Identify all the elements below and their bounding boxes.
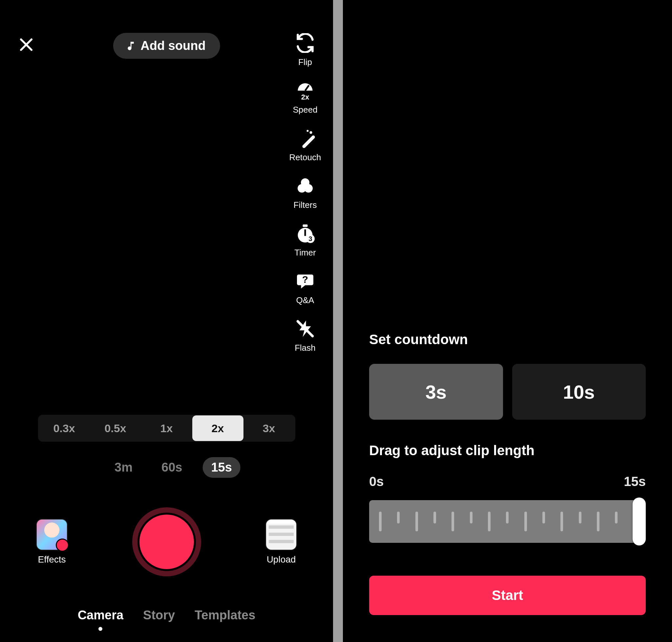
tab-templates[interactable]: Templates [195,608,255,632]
svg-text:?: ? [302,274,308,285]
countdown-options: 3s 10s [369,364,646,420]
question-bubble-icon: ? [295,271,315,291]
flash-off-icon [295,319,315,339]
speed-option-2x[interactable]: 2x [192,415,243,441]
svg-point-9 [304,184,313,193]
slider-handle[interactable] [633,498,646,545]
speed-option-0-3x[interactable]: 0.3x [39,415,90,441]
effects-thumbnail [36,519,68,550]
svg-point-5 [312,137,314,139]
svg-rect-10 [303,224,308,227]
timer-label: Timer [294,248,316,258]
slider-ticks [379,512,636,531]
start-countdown-button[interactable]: Start [369,576,646,615]
duration-3m[interactable]: 3m [106,457,141,478]
speed-button[interactable]: 2x Speed [287,80,323,115]
timer-button[interactable]: 3 Timer [287,223,323,258]
tab-story[interactable]: Story [143,608,175,632]
retouch-button[interactable]: Retouch [287,128,323,163]
filters-icon [295,176,315,196]
speed-option-1x[interactable]: 1x [141,415,192,441]
drag-length-label: Drag to adjust clip length [369,443,646,459]
speed-selector: 0.3x 0.5x 1x 2x 3x [38,415,295,442]
close-icon [18,37,34,54]
magic-wand-icon [295,128,315,149]
upload-label: Upload [267,554,296,565]
timer-sheet-screen: Set countdown 3s 10s Drag to adjust clip… [343,0,672,642]
svg-rect-12 [304,230,306,236]
add-sound-button[interactable]: Add sound [113,33,220,59]
record-row: Effects Upload [0,508,333,576]
flip-label: Flip [298,57,312,67]
filters-label: Filters [294,200,317,210]
svg-point-4 [310,131,312,134]
music-note-icon [125,40,136,52]
flash-label: Flash [295,343,316,353]
duration-selector: 3m 60s 15s [106,457,240,478]
flash-button[interactable]: Flash [287,319,323,353]
countdown-3s[interactable]: 3s [369,364,503,420]
speed-option-3x[interactable]: 3x [243,415,295,441]
clip-length-slider[interactable] [369,500,646,543]
timer-icon: 3 [295,223,315,244]
countdown-title: Set countdown [369,332,646,347]
qa-label: Q&A [296,295,314,305]
camera-screen: Add sound Flip 2x Speed Retouc [0,0,333,642]
svg-point-6 [307,130,309,132]
upload-thumbnail [265,519,297,550]
close-button[interactable] [16,36,36,55]
range-start-label: 0s [369,474,384,489]
tab-camera[interactable]: Camera [78,608,123,632]
add-sound-label: Add sound [141,39,206,53]
countdown-sheet: Set countdown 3s 10s Drag to adjust clip… [343,322,672,642]
upload-button[interactable]: Upload [265,519,297,565]
record-button[interactable] [132,508,201,576]
mode-tabs: Camera Story Templates [0,608,333,632]
duration-15s[interactable]: 15s [202,457,240,478]
speed-badge: 2x [301,93,309,102]
flip-camera-button[interactable]: Flip [287,33,323,67]
speed-label: Speed [293,105,317,115]
camera-side-toolbar: Flip 2x Speed Retouch Filters [287,33,323,353]
duration-60s[interactable]: 60s [153,457,190,478]
flip-icon [295,33,315,53]
clip-range-labels: 0s 15s [369,474,646,489]
timer-badge: 3 [306,234,315,243]
retouch-label: Retouch [289,152,321,163]
filters-button[interactable]: Filters [287,176,323,210]
effects-button[interactable]: Effects [36,519,68,565]
speedometer-icon: 2x [295,80,315,101]
range-end-label: 15s [624,474,646,489]
qa-button[interactable]: ? Q&A [287,271,323,305]
countdown-10s[interactable]: 10s [512,364,646,420]
effects-label: Effects [38,554,66,565]
speed-option-0-5x[interactable]: 0.5x [90,415,141,441]
